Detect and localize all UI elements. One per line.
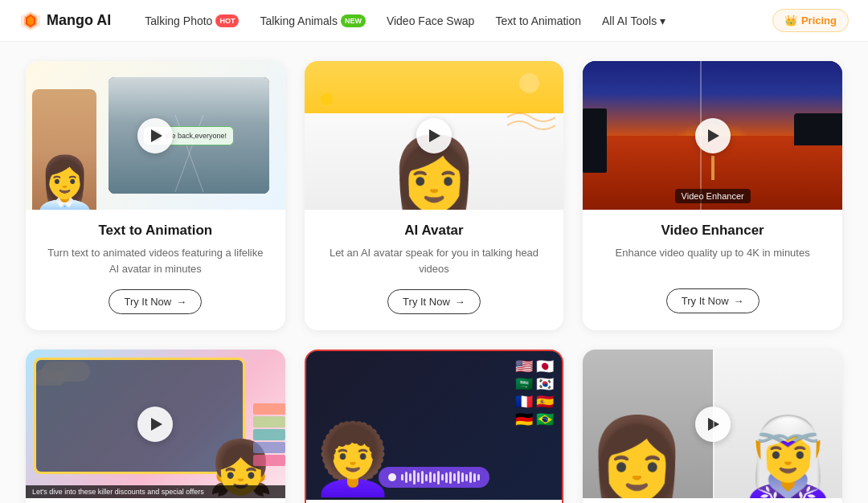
wave-bar-6 <box>421 471 424 484</box>
cartoon-person: 🧝‍♀️ <box>738 418 838 498</box>
nav-talking-photo[interactable]: Talking Photo HOT <box>137 10 247 32</box>
card-voice-cloning: 👩‍🦱 🇺🇸 🇯🇵 🇸🇦 🇰🇷 🇫🇷 🇪🇸 🇩🇪 🇧🇷 <box>305 350 564 503</box>
card-thumb-video-cartoonizer: 👩 🧝‍♀️ <box>583 350 842 498</box>
wave-bar-13 <box>449 472 452 484</box>
new-badge: NEW <box>341 14 366 27</box>
flag-grid: 🇺🇸 🇯🇵 🇸🇦 🇰🇷 🇫🇷 🇪🇸 🇩🇪 🇧🇷 <box>515 359 554 427</box>
enhancer-label: Video Enhancer <box>675 189 751 203</box>
arrow-icon-2: → <box>455 296 465 308</box>
card-grid-row1: 👩‍💼 We back,everyone! <box>26 61 842 330</box>
flag-fr: 🇫🇷 <box>515 395 533 409</box>
card-video-cartoonizer: 👩 🧝‍♀️ Video Cartoonizer Easily Convert … <box>583 350 842 503</box>
play-triangle-icon-2 <box>429 129 440 142</box>
corridor-bg: We back,everyone! <box>108 77 269 194</box>
wave-bar-15 <box>457 471 460 484</box>
mango-ai-logo-icon <box>19 10 42 32</box>
play-button-video-enhancer[interactable] <box>695 118 731 153</box>
main-nav: Talking Photo HOT Talking Animals NEW Vi… <box>137 10 772 32</box>
screen-image: We back,everyone! <box>108 77 269 194</box>
try-btn-text-animation[interactable]: Try It Now → <box>108 289 202 314</box>
color-stripes <box>253 403 285 484</box>
wave-bar-8 <box>429 472 432 483</box>
card-body-text-animation: Text to Animation Turn text to animated … <box>26 210 285 330</box>
avatar-image: 👩‍💼 <box>32 89 96 210</box>
play-button-text-animation[interactable] <box>137 118 173 153</box>
wave-bar-11 <box>441 474 444 481</box>
wave-bar-17 <box>465 474 468 481</box>
logo[interactable]: Mango AI <box>19 10 111 32</box>
cartoonizer-real-half: 👩 <box>583 350 712 498</box>
card-grid-row2: 👧 Let's dive into these killer discounts… <box>26 350 842 503</box>
wavy-lines <box>507 109 555 133</box>
card-ai-avatar: 👩 AI Avatar Let an AI avatar speak for y… <box>305 61 564 330</box>
wave-bar-18 <box>469 472 472 483</box>
wave-bar-12 <box>445 472 448 483</box>
wave-bar-2 <box>405 472 407 483</box>
cartoonizer-cartoon-half: 🧝‍♀️ <box>713 350 842 498</box>
ticker-bar: Let's dive into these killer discounts a… <box>26 485 285 498</box>
decor-circle-2 <box>321 93 333 105</box>
flag-br: 🇧🇷 <box>536 412 554 427</box>
card-body-ai-avatar: AI Avatar Let an AI avatar speak for you… <box>305 210 564 330</box>
play-triangle-icon-4 <box>151 418 162 431</box>
flag-de: 🇩🇪 <box>515 412 533 427</box>
nav-all-ai-tools[interactable]: All AI Tools ▾ <box>594 10 674 32</box>
wave-bar-3 <box>409 473 411 481</box>
card-video-enhancer: Video Enhancer Video Enhancer Enhance vi… <box>583 61 842 330</box>
tree-left <box>583 108 607 173</box>
card-body-video-enhancer: Video Enhancer Enhance video quality up … <box>583 210 842 329</box>
nav-text-to-animation[interactable]: Text to Animation <box>487 10 589 32</box>
flag-jp: 🇯🇵 <box>536 359 554 374</box>
wave-bar-7 <box>425 474 428 481</box>
real-person: 👩 <box>587 418 687 498</box>
nav-video-face-swap[interactable]: Video Face Swap <box>379 10 482 32</box>
card-desc-video-enhancer: Enhance video quality up to 4K in minute… <box>599 245 826 276</box>
card-thumb-video-enhancer: Video Enhancer <box>583 61 842 210</box>
card-desc-text-animation: Turn text to animated videos featuring a… <box>42 245 269 276</box>
card-thumb-text-animation: 👩‍💼 We back,everyone! <box>26 61 285 210</box>
wave-bar-16 <box>461 472 464 482</box>
card-image-to-video: 👧 Let's dive into these killer discounts… <box>26 350 285 503</box>
nav-talking-animals[interactable]: Talking Animals NEW <box>252 10 374 32</box>
wave-bar-4 <box>413 470 416 485</box>
vc-person-figure: 👩‍🦱 <box>310 419 395 500</box>
card-title-video-enhancer: Video Enhancer <box>599 223 826 239</box>
divider-line <box>713 350 714 498</box>
card-title-ai-avatar: AI Avatar <box>321 223 548 239</box>
sun-reflection <box>711 156 714 180</box>
logo-text: Mango AI <box>47 12 111 29</box>
flag-kr: 🇰🇷 <box>536 377 554 391</box>
card-body-video-cartoonizer: Video Cartoonizer Easily Convert Videos … <box>583 498 842 503</box>
try-btn-ai-avatar[interactable]: Try It Now → <box>387 289 481 314</box>
decor-circle-1 <box>519 73 539 93</box>
play-button-ai-avatar[interactable] <box>416 118 452 153</box>
wave-bar-5 <box>417 472 420 482</box>
header: Mango AI Talking Photo HOT Talking Anima… <box>0 0 868 42</box>
wave-bar-9 <box>433 473 436 482</box>
wave-bar-10 <box>437 471 440 485</box>
main-content: 👩‍💼 We back,everyone! <box>0 42 868 503</box>
card-title-text-animation: Text to Animation <box>42 223 269 239</box>
play-triangle-icon-3 <box>708 129 719 142</box>
play-triangle-icon <box>151 129 162 142</box>
arrow-icon: → <box>176 296 186 308</box>
wave-bar-14 <box>453 473 456 481</box>
hot-badge: HOT <box>215 14 239 27</box>
dropdown-arrow-icon: ▾ <box>660 14 665 27</box>
card-desc-ai-avatar: Let an AI avatar speak for you in talkin… <box>321 245 548 276</box>
card-thumb-ai-avatar: 👩 <box>305 61 564 210</box>
card-body-image-to-video: Image to Video Create AI videos with a t… <box>26 498 285 503</box>
play-button-image-to-video[interactable] <box>137 407 173 442</box>
flag-sa: 🇸🇦 <box>515 377 533 391</box>
flag-es: 🇪🇸 <box>536 395 554 409</box>
pricing-crown-icon: 👑 <box>784 14 797 27</box>
flag-us: 🇺🇸 <box>515 359 533 374</box>
pricing-button[interactable]: 👑 Pricing <box>772 9 849 32</box>
land-right <box>794 113 842 145</box>
wave-bar-19 <box>473 473 476 482</box>
card-thumb-image-to-video: 👧 Let's dive into these killer discounts… <box>26 350 285 498</box>
card-body-voice-cloning: Voice Cloning Create quality AI voice cl… <box>306 500 563 503</box>
arrow-icon-3: → <box>734 295 744 307</box>
try-btn-video-enhancer[interactable]: Try It Now → <box>666 288 760 313</box>
wave-bar-1 <box>401 474 403 481</box>
